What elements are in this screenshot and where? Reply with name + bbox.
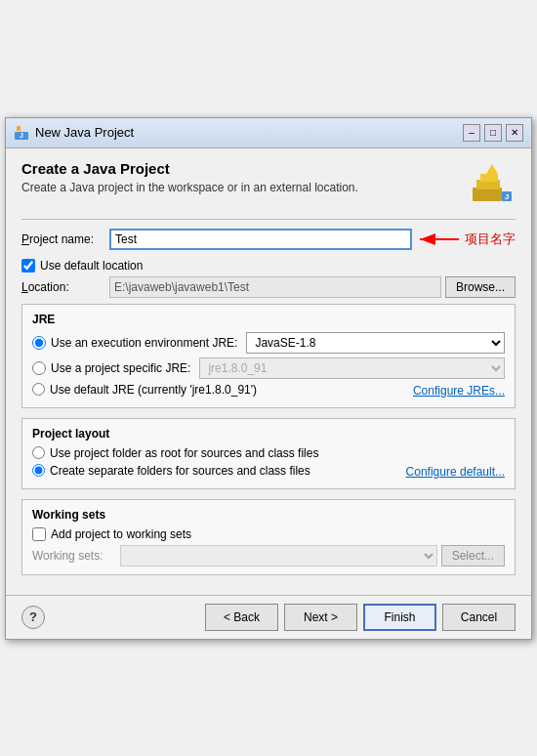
working-sets-select-button[interactable]: Select... xyxy=(441,545,505,567)
jre-option3-row: Use default JRE (currently 'jre1.8.0_91'… xyxy=(32,383,505,399)
use-default-location-label: Use default location xyxy=(40,259,143,273)
layout-option2-radio[interactable] xyxy=(32,464,45,477)
close-button[interactable]: ✕ xyxy=(506,124,523,142)
svg-marker-6 xyxy=(486,164,498,174)
layout-option2-row: Create separate folders for sources and … xyxy=(32,464,505,481)
jre-option3-radio[interactable] xyxy=(32,383,45,396)
jre-option3-radio-row: Use default JRE (currently 'jre1.8.0_91'… xyxy=(32,383,257,397)
jre-option1-radio[interactable] xyxy=(32,336,46,350)
location-row: Location: Browse... xyxy=(21,276,516,298)
use-default-location-row: Use default location xyxy=(21,259,516,273)
annotation-arrow-svg xyxy=(412,228,461,251)
header-separator xyxy=(21,219,516,220)
dialog-header: Create a Java Project Create a Java proj… xyxy=(21,160,516,207)
add-to-working-sets-checkbox[interactable] xyxy=(32,527,46,541)
add-to-working-sets-row: Add project to working sets xyxy=(32,527,505,541)
project-name-annotation: 项目名字 xyxy=(109,228,516,251)
wizard-icon: J xyxy=(469,160,516,207)
layout-section: Project layout Use project folder as roo… xyxy=(21,418,516,489)
dialog-body: Create a Java Project Create a Java proj… xyxy=(6,148,531,595)
svg-rect-5 xyxy=(480,174,498,182)
title-text: New Java Project xyxy=(35,125,134,140)
java-icon: J xyxy=(14,125,29,141)
browse-button[interactable]: Browse... xyxy=(445,276,516,298)
layout-section-title: Project layout xyxy=(32,427,505,441)
working-sets-section: Working sets Add project to working sets… xyxy=(21,499,516,575)
project-name-row: Project name: 项目名字 xyxy=(21,228,516,251)
title-bar: J New Java Project – □ ✕ xyxy=(6,118,531,148)
use-default-location-checkbox[interactable] xyxy=(21,259,35,273)
jre-option2-label: Use a project specific JRE: xyxy=(51,361,190,375)
annotation-text: 项目名字 xyxy=(465,231,516,248)
layout-option1-row: Use project folder as root for sources a… xyxy=(32,446,505,460)
new-java-project-dialog: J New Java Project – □ ✕ Create a Java P… xyxy=(5,117,532,640)
jre-environment-select[interactable]: JavaSE-1.8 JavaSE-11 JavaSE-17 xyxy=(246,332,505,354)
working-sets-select[interactable] xyxy=(120,545,437,567)
bottom-bar: ? < Back Next > Finish Cancel xyxy=(6,595,531,639)
add-to-working-sets-label: Add project to working sets xyxy=(51,527,191,541)
help-button[interactable]: ? xyxy=(21,606,45,629)
svg-text:J: J xyxy=(20,132,23,139)
layout-option2-label: Create separate folders for sources and … xyxy=(50,464,310,478)
svg-text:J: J xyxy=(505,192,509,201)
jre-option2-row: Use a project specific JRE: jre1.8.0_91 xyxy=(32,357,505,379)
dialog-header-text: Create a Java Project Create a Java proj… xyxy=(21,160,358,194)
working-sets-label: Working sets: xyxy=(32,549,120,563)
finish-button[interactable]: Finish xyxy=(363,604,436,631)
project-name-label: Project name: xyxy=(21,232,109,246)
jre-specific-select[interactable]: jre1.8.0_91 xyxy=(199,357,505,379)
dialog-subtitle: Create a Java project in the workspace o… xyxy=(21,181,358,194)
next-button[interactable]: Next > xyxy=(284,604,357,631)
working-sets-dropdown-row: Working sets: Select... xyxy=(32,545,505,567)
maximize-button[interactable]: □ xyxy=(484,124,502,142)
jre-option3-label: Use default JRE (currently 'jre1.8.0_91'… xyxy=(50,383,257,397)
svg-rect-0 xyxy=(17,126,21,131)
back-button[interactable]: < Back xyxy=(205,604,278,631)
bottom-buttons: < Back Next > Finish Cancel xyxy=(205,604,516,631)
dialog-title: Create a Java Project xyxy=(21,160,358,177)
configure-jres-link[interactable]: Configure JREs... xyxy=(413,384,505,398)
layout-option2-radio-row: Create separate folders for sources and … xyxy=(32,464,310,478)
location-input[interactable] xyxy=(109,276,441,298)
jre-option2-radio[interactable] xyxy=(32,361,46,375)
working-sets-title: Working sets xyxy=(32,508,505,522)
location-label: Location: xyxy=(21,280,109,294)
svg-rect-3 xyxy=(473,188,502,201)
layout-option1-radio[interactable] xyxy=(32,446,45,459)
jre-section: JRE Use an execution environment JRE: Ja… xyxy=(21,304,516,408)
jre-option1-row: Use an execution environment JRE: JavaSE… xyxy=(32,332,505,354)
configure-default-link[interactable]: Configure default... xyxy=(406,465,505,479)
minimize-button[interactable]: – xyxy=(463,124,480,142)
layout-option1-label: Use project folder as root for sources a… xyxy=(50,446,318,460)
cancel-button[interactable]: Cancel xyxy=(442,604,516,631)
project-name-input[interactable] xyxy=(109,229,412,250)
jre-section-title: JRE xyxy=(32,313,505,326)
title-bar-controls: – □ ✕ xyxy=(463,124,523,142)
jre-option1-label: Use an execution environment JRE: xyxy=(51,336,237,350)
title-bar-left: J New Java Project xyxy=(14,125,134,141)
